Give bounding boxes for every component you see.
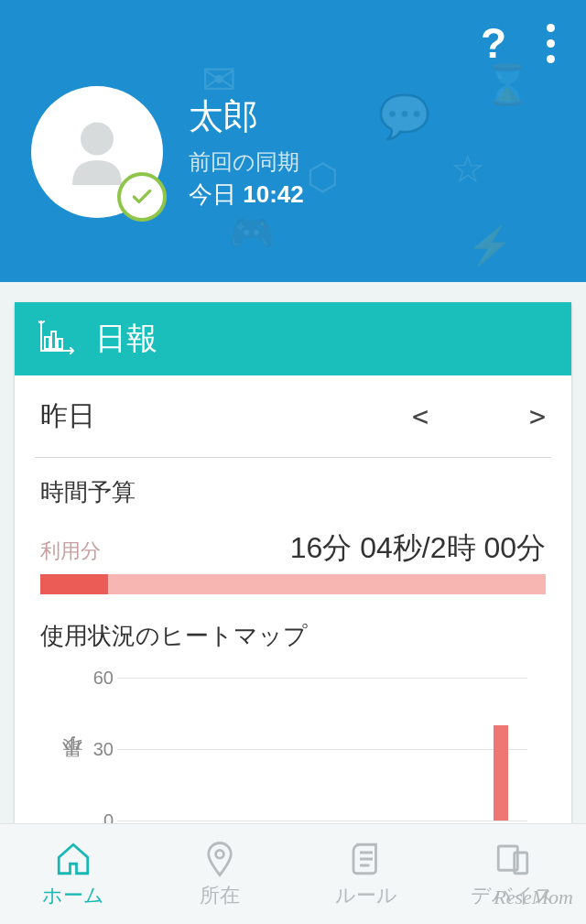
- date-label: 昨日: [40, 397, 95, 435]
- tab-label: デバイス: [471, 882, 555, 909]
- tab-label: 所在: [200, 882, 240, 909]
- pin-icon: [201, 840, 239, 878]
- used-value: 16分 04秒/2時 00分: [290, 528, 546, 569]
- bottom-nav: ホーム 所在 ルール デバイス: [0, 823, 586, 924]
- heatmap-chart: 03060 0246810121416182022: [86, 678, 527, 844]
- user-name: 太郎: [189, 93, 304, 140]
- budget-bar-track: [40, 574, 546, 594]
- scroll-icon: [347, 840, 385, 878]
- date-navigator: 昨日 < >: [15, 375, 571, 457]
- time-budget-title: 時間予算: [40, 476, 546, 508]
- help-icon[interactable]: ?: [481, 18, 506, 68]
- svg-point-4: [216, 850, 224, 858]
- prev-day-button[interactable]: <: [412, 400, 429, 432]
- tab-label: ルール: [335, 882, 397, 909]
- more-menu-icon[interactable]: [547, 24, 555, 63]
- sync-value: 今日 10:42: [189, 179, 304, 211]
- svg-rect-2: [51, 332, 56, 349]
- header: ✉ 💬 ⌛ ⬡ ☆ ⚡ 🎮 ? 太郎 前回の同期 今日 10:42: [0, 0, 586, 282]
- heatmap-title: 使用状況のヒートマップ: [40, 620, 546, 652]
- tab-devices[interactable]: デバイス: [440, 824, 586, 924]
- svg-rect-3: [58, 339, 62, 349]
- time-budget-section: 時間予算 利用分 16分 04秒/2時 00分: [15, 458, 571, 602]
- daily-report-card: 日報 昨日 < > 時間予算 利用分 16分 04秒/2時 00分 使用状況のヒ…: [15, 302, 571, 852]
- budget-bar-fill: [40, 574, 108, 594]
- sync-ok-badge: [117, 172, 167, 222]
- tab-label: ホーム: [42, 882, 104, 909]
- card-title: 日報: [95, 318, 157, 360]
- avatar[interactable]: [31, 86, 163, 218]
- tab-home[interactable]: ホーム: [0, 824, 146, 924]
- svg-rect-1: [45, 337, 49, 349]
- used-label: 利用分: [40, 538, 101, 565]
- devices-icon: [494, 840, 532, 878]
- tab-rules[interactable]: ルール: [293, 824, 440, 924]
- tab-location[interactable]: 所在: [146, 824, 293, 924]
- y-axis-label: 最小: [57, 678, 86, 844]
- profile-info: 太郎 前回の同期 今日 10:42: [189, 93, 304, 211]
- svg-point-0: [81, 123, 114, 156]
- heatmap-section: 使用状況のヒートマップ 最小 03060 0246810121416182022: [15, 602, 571, 852]
- card-header: 日報: [15, 302, 571, 375]
- sync-label: 前回の同期: [189, 147, 304, 177]
- bar-chart-icon: [38, 319, 75, 359]
- home-icon: [54, 840, 92, 878]
- next-day-button[interactable]: >: [529, 400, 546, 432]
- heatmap-bar: [494, 725, 508, 821]
